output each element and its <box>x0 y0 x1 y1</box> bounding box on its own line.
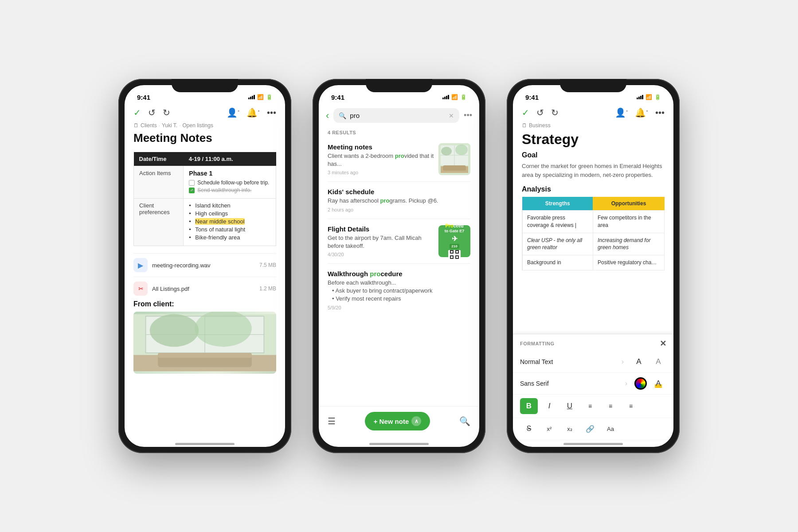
bottom-bar-2: ☰ + New note ∧ 🔍 <box>319 406 479 439</box>
undo-icon-3[interactable]: ↺ <box>536 107 544 118</box>
format-row-sans: Sans Serif › A <box>513 373 673 395</box>
color-picker-icon[interactable] <box>634 377 647 390</box>
normal-text-chevron[interactable]: › <box>622 358 624 366</box>
new-note-chevron-icon[interactable]: ∧ <box>411 416 421 426</box>
toolbar-left-1: ✓ ↺ ↻ <box>133 107 170 118</box>
bell-add-icon[interactable]: 🔔+ <box>246 107 260 118</box>
align-center-button[interactable]: ≡ <box>602 398 619 414</box>
sans-serif-label[interactable]: Sans Serif <box>520 380 625 387</box>
italic-button[interactable]: I <box>540 398 558 414</box>
align-left-button[interactable]: ≡ <box>581 398 599 414</box>
phones-container: 9:41 📶 🔋 ✓ ↺ ↻ 👤+ 🔔+ <box>118 79 680 453</box>
breadcrumb-label-3[interactable]: Business <box>529 122 551 129</box>
person-add-icon[interactable]: 👤+ <box>227 107 240 118</box>
align-right-button[interactable]: ≡ <box>622 398 640 414</box>
audio-filename: meeting-recording.wav <box>152 262 211 269</box>
status-time-3: 9:41 <box>525 94 539 101</box>
attachment-audio[interactable]: ▶ meeting-recording.wav 7.5 MB <box>133 253 276 277</box>
sans-serif-chevron[interactable]: › <box>625 379 627 387</box>
menu-icon[interactable]: ☰ <box>328 416 336 426</box>
notch-3 <box>560 79 626 92</box>
superscript-button[interactable]: x² <box>540 421 558 437</box>
bell-icon-3[interactable]: 🔔+ <box>635 107 648 118</box>
home-indicator-2 <box>369 443 429 445</box>
swot-o-1: Few competitors in the area <box>593 211 664 233</box>
home-indicator-3 <box>563 443 623 445</box>
result-3-text: Flight Details Get to the airport by 7am… <box>328 225 434 257</box>
result-2-time: 2 hours ago <box>328 207 470 212</box>
font-serif-button[interactable]: A <box>631 354 647 370</box>
toolbar-1: ✓ ↺ ↻ 👤+ 🔔+ ••• <box>125 105 285 121</box>
strikethrough-button[interactable]: S <box>520 421 538 437</box>
check-icon[interactable]: ✓ <box>133 107 141 118</box>
breadcrumb-3: 🗒 Business <box>513 121 673 131</box>
phase-label: Phase 1 <box>189 170 270 177</box>
result-4[interactable]: Walkthrough procedure Before each walkth… <box>328 264 470 317</box>
breadcrumb-label-1[interactable]: Clients <box>141 122 157 129</box>
preferences-cell: Island kitchen High ceilings Near middle… <box>184 199 276 246</box>
redo-icon-3[interactable]: ↻ <box>551 107 559 118</box>
pref-1: Island kitchen <box>189 202 270 209</box>
svg-rect-21 <box>451 251 453 253</box>
result-1-thumb <box>438 143 470 175</box>
breadcrumb-doc-icon: 🗒 <box>133 122 139 129</box>
swot-o-3: Positive regulatory cha… <box>593 255 664 270</box>
pdf-icon: ✂ <box>133 282 148 296</box>
search-bottom-icon[interactable]: 🔍 <box>459 416 470 426</box>
preferences-label: Client preferences <box>134 199 184 246</box>
person-icon-3[interactable]: 👤+ <box>615 107 628 118</box>
toolbar-3: ✓ ↺ ↻ 👤+ 🔔+ ••• <box>513 105 673 121</box>
result-4-time: 5/9/20 <box>328 305 470 310</box>
task-2-text: Send walkthrough info. <box>197 187 251 193</box>
result-2[interactable]: Kids' schedule Ray has afterschool progr… <box>328 182 470 219</box>
battery-icon-1: 🔋 <box>266 94 273 100</box>
breadcrumb-doc-icon-3: 🗒 <box>522 122 527 129</box>
status-icons-2: 📶 🔋 <box>442 94 467 100</box>
link-button[interactable]: 🔗 <box>581 421 599 437</box>
more-icon-1[interactable]: ••• <box>267 108 276 118</box>
result-1-title: Meeting notes <box>328 143 434 151</box>
result-1-body: Client wants a 2-bedroom provided that i… <box>328 152 434 168</box>
search-more-icon[interactable]: ••• <box>464 111 472 120</box>
back-button[interactable]: ‹ <box>326 110 329 121</box>
result-3-time: 4/30/20 <box>328 252 434 257</box>
swot-s-1-text: Favorable press coverage & reviews | <box>527 215 576 228</box>
svg-rect-9 <box>158 353 252 358</box>
result-1[interactable]: Meeting notes Client wants a 2-bedroom p… <box>328 137 470 182</box>
search-clear-icon[interactable]: ✕ <box>449 112 454 119</box>
normal-text-label[interactable]: Normal Text <box>520 358 622 365</box>
checkbox-2[interactable]: ✓ <box>189 188 195 193</box>
undo-icon[interactable]: ↺ <box>148 107 156 118</box>
action-items-cell: Phase 1 Schedule follow-up before trip. … <box>184 166 276 199</box>
font-highlight-button[interactable]: A <box>650 376 666 391</box>
format-toolbar: B I U ≡ ≡ ≡ <box>513 395 673 418</box>
bold-button[interactable]: B <box>520 398 538 414</box>
check-icon-3[interactable]: ✓ <box>522 107 529 118</box>
code-button[interactable]: Aa <box>602 421 619 437</box>
result-2-text: Kids' schedule Ray has afterschool progr… <box>328 188 470 212</box>
swot-s-3: Background in <box>522 255 593 270</box>
toolbar-right-1: 👤+ 🔔+ ••• <box>227 107 276 118</box>
new-note-button[interactable]: + New note ∧ <box>365 412 430 430</box>
search-query[interactable]: pro <box>350 112 445 119</box>
more-icon-3[interactable]: ••• <box>655 108 665 118</box>
font-sans-button[interactable]: A <box>650 354 666 370</box>
pref-2: High ceilings <box>189 210 270 217</box>
result-4-body: Before each walkthrough... • Ask buyer t… <box>328 279 470 303</box>
redo-icon[interactable]: ↻ <box>163 107 170 118</box>
status-icons-1: 📶 🔋 <box>248 94 273 100</box>
underline-button[interactable]: U <box>561 398 579 414</box>
subscript-button[interactable]: x₂ <box>561 421 579 437</box>
wifi-icon-3: 📶 <box>645 94 652 100</box>
task-1[interactable]: Schedule follow-up before trip. <box>189 180 270 186</box>
phone-3: 9:41 📶 🔋 ✓ ↺ ↻ 👤+ 🔔+ <box>507 79 680 453</box>
task-2[interactable]: ✓ Send walkthrough info. <box>189 187 270 193</box>
preferences-list: Island kitchen High ceilings Near middle… <box>189 202 270 241</box>
search-input-wrap[interactable]: 🔍 pro ✕ <box>333 108 459 123</box>
formatting-panel: FORMATTING ✕ Normal Text › A A Sans Seri… <box>513 334 673 439</box>
result-3[interactable]: Flight Details Get to the airport by 7am… <box>328 219 470 264</box>
open-listings-link[interactable]: Open listings <box>183 122 213 129</box>
formatting-close-button[interactable]: ✕ <box>660 339 667 348</box>
checkbox-1[interactable] <box>189 180 195 186</box>
attachment-pdf[interactable]: ✂ All Listings.pdf 1.2 MB <box>133 277 276 300</box>
